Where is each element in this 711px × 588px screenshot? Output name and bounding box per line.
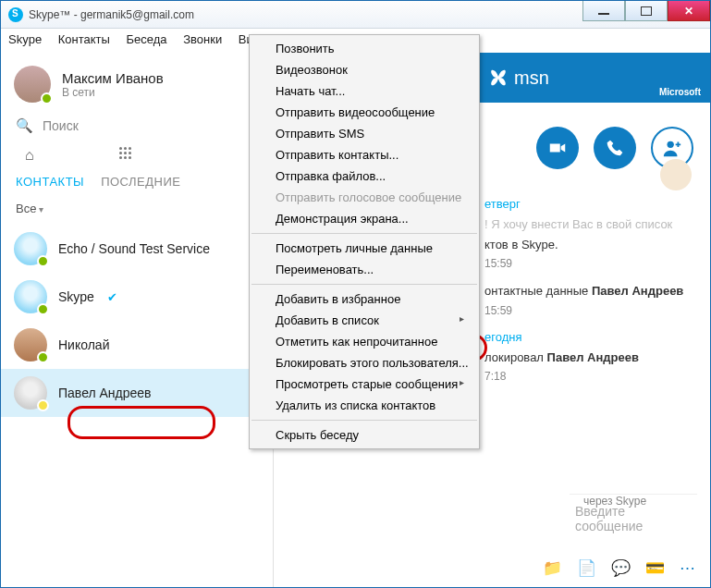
- maximize-button[interactable]: [625, 1, 668, 21]
- profile-avatar: [14, 66, 51, 103]
- chat-time: 15:59: [484, 257, 699, 270]
- svg-point-0: [668, 141, 674, 148]
- ctx-send-videomsg[interactable]: Отправить видеосообщение: [250, 102, 479, 123]
- ctx-videocall[interactable]: Видеозвонок: [250, 59, 479, 80]
- skype-logo-icon: [8, 7, 23, 22]
- chat-line: ! Я хочу внести Вас в свой список: [484, 216, 699, 233]
- window-buttons: [582, 1, 710, 21]
- avatar: [14, 280, 47, 313]
- profile-section[interactable]: Максим Иванов В сети: [1, 58, 273, 110]
- presence-online-icon: [37, 303, 49, 315]
- chat-line: локировал Павел Андреев: [484, 349, 699, 366]
- minimize-button[interactable]: [582, 1, 625, 21]
- ctx-hide-convo[interactable]: Скрыть беседу: [250, 424, 479, 446]
- avatar: [14, 328, 47, 361]
- tabs: КОНТАКТЫ ПОСЛЕДНИЕ: [1, 175, 273, 189]
- ctx-mark-unread[interactable]: Отметить как непрочитанное: [250, 331, 479, 352]
- bottom-toolbar: 📁 📄 💬 💳 ⋯: [543, 558, 695, 578]
- chat-day: егодня: [484, 330, 699, 344]
- ctx-send-files[interactable]: Отправка файлов...: [250, 165, 479, 187]
- ctx-send-contacts[interactable]: Отправить контакты...: [250, 144, 479, 165]
- menu-chat[interactable]: Беседа: [127, 32, 167, 46]
- ctx-send-voice: Отправить голосовое сообщение: [250, 187, 479, 208]
- send-contact-icon[interactable]: 💳: [645, 558, 665, 578]
- ctx-rename[interactable]: Переименовать...: [250, 259, 479, 280]
- ctx-send-sms[interactable]: Отправить SMS: [250, 123, 479, 144]
- verified-icon: ✔: [107, 290, 117, 304]
- chat-time: 15:59: [484, 304, 699, 317]
- menu-calls[interactable]: Звонки: [183, 32, 222, 46]
- avatar: [14, 232, 47, 265]
- dialpad-icon[interactable]: [119, 147, 132, 160]
- presence-online-icon: [37, 255, 49, 267]
- ctx-remove-contact[interactable]: Удалить из списка контактов: [250, 395, 479, 416]
- microsoft-label: Microsoft: [659, 87, 701, 97]
- contact-item[interactable]: Echo / Sound Test Service: [1, 225, 273, 273]
- ctx-block-user[interactable]: Блокировать этого пользователя...: [250, 352, 479, 374]
- tab-recent[interactable]: ПОСЛЕДНИЕ: [101, 175, 180, 189]
- send-document-icon[interactable]: 📄: [577, 558, 596, 578]
- profile-name: Максим Иванов: [62, 70, 164, 86]
- contact-name: Николай: [58, 337, 109, 352]
- ctx-view-profile[interactable]: Посмотреть личные данные: [250, 238, 479, 259]
- ctx-separator: [251, 284, 477, 285]
- window-title: Skype™ - germanik5@gmail.com: [29, 8, 194, 21]
- contact-name: Skype: [58, 289, 94, 304]
- chat-day: етверг: [484, 197, 699, 211]
- ctx-view-old-msgs[interactable]: Просмотреть старые сообщения: [250, 374, 479, 395]
- presence-pending-icon: [37, 399, 49, 411]
- menu-contacts[interactable]: Контакты: [58, 32, 110, 46]
- more-icon[interactable]: ⋯: [680, 558, 695, 578]
- tab-contacts[interactable]: КОНТАКТЫ: [16, 175, 84, 189]
- chat-history: етверг ! Я хочу внести Вас в свой список…: [484, 191, 699, 396]
- chat-line: онтактные данные Павел Андреев: [484, 283, 699, 300]
- avatar: [14, 376, 47, 410]
- chat-bubble-icon[interactable]: 💬: [611, 558, 631, 578]
- ctx-start-chat[interactable]: Начать чат...: [250, 80, 479, 102]
- close-button[interactable]: [668, 1, 710, 21]
- context-menu: Позвонить Видеозвонок Начать чат... Отпр…: [249, 34, 480, 449]
- filter-dropdown[interactable]: Все: [1, 196, 273, 225]
- contact-avatar-bubble: [660, 159, 692, 190]
- contact-list: Echo / Sound Test Service Skype ✔ Никола…: [1, 225, 273, 587]
- ctx-call[interactable]: Позвонить: [250, 38, 479, 59]
- contact-item[interactable]: Skype ✔: [1, 273, 273, 321]
- ctx-separator: [251, 420, 477, 421]
- sidebar: Максим Иванов В сети 🔍 Поиск ⌂ КОНТАКТЫ …: [1, 53, 274, 587]
- search-placeholder: Поиск: [43, 118, 79, 133]
- ctx-separator: [251, 233, 477, 234]
- contact-name: Echo / Sound Test Service: [58, 241, 210, 256]
- contact-name: Павел Андреев: [58, 386, 152, 400]
- contact-item[interactable]: Николай: [1, 321, 273, 369]
- contact-item-selected[interactable]: Павел Андреев: [1, 369, 273, 417]
- home-icon[interactable]: ⌂: [25, 147, 34, 164]
- ctx-share-screen[interactable]: Демонстрация экрана...: [250, 208, 479, 229]
- presence-online-icon: [41, 92, 53, 104]
- chat-time: 7:18: [484, 370, 699, 383]
- video-call-button[interactable]: [536, 127, 579, 169]
- menu-skype[interactable]: Skype: [8, 32, 42, 46]
- chat-line: ктов в Skype.: [484, 237, 699, 253]
- ctx-add-to-list[interactable]: Добавить в список: [250, 310, 479, 331]
- ctx-add-fav[interactable]: Добавить в избранное: [250, 288, 479, 310]
- send-file-icon[interactable]: 📁: [543, 558, 562, 578]
- butterfly-icon: [488, 67, 509, 88]
- profile-status: В сети: [62, 86, 164, 99]
- search-icon: 🔍: [16, 117, 33, 134]
- search-input[interactable]: 🔍 Поиск: [1, 110, 273, 141]
- message-input[interactable]: Введите сообщение: [570, 494, 697, 543]
- presence-online-icon: [37, 351, 49, 363]
- msn-banner[interactable]: msn Microsoft: [479, 53, 710, 103]
- msn-logo-text: msn: [514, 67, 549, 89]
- audio-call-button[interactable]: [594, 127, 636, 169]
